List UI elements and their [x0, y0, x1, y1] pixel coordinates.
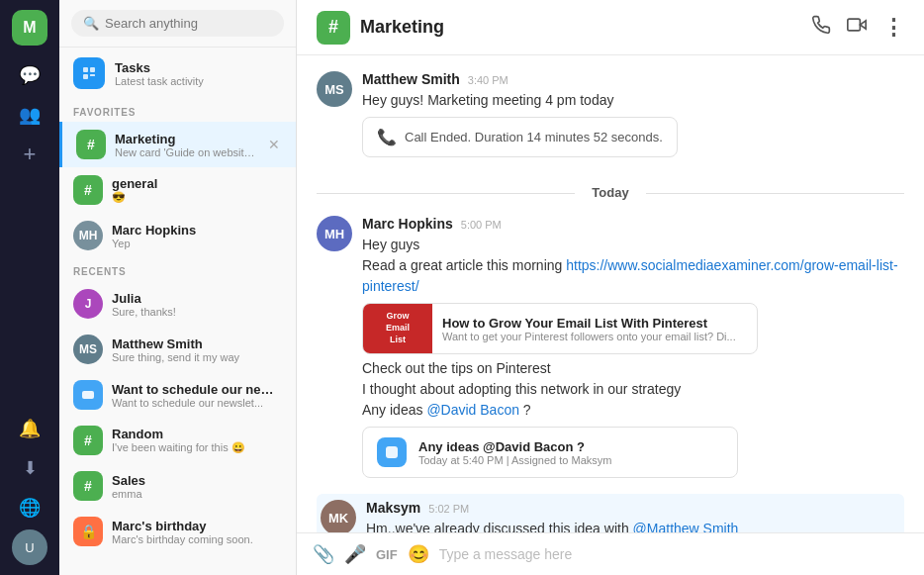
link-preview-title: How to Grow Your Email List With Pintere…	[442, 316, 736, 331]
marketing-sub: New card 'Guide on website o...	[115, 146, 257, 158]
main-area: # Marketing ⋮ MS Matthew Smith 3:40 PM H…	[297, 0, 924, 575]
channel-hash-icon: #	[317, 11, 350, 45]
video-icon[interactable]	[847, 15, 867, 40]
bell-nav-icon[interactable]: 🔔	[12, 411, 47, 446]
marc-sub: Yep	[112, 238, 282, 249]
david-mention: @David Bacon	[426, 402, 519, 418]
download-nav-icon[interactable]: ⬇	[12, 450, 47, 486]
call-ended-icon: 📞	[377, 128, 397, 146]
contacts-nav-icon[interactable]: 👥	[12, 97, 47, 133]
svg-rect-0	[83, 67, 88, 72]
matthew-msg-header: Matthew Smith 3:40 PM	[362, 71, 904, 87]
newsletter-sub: Want to schedule our newslet...	[112, 397, 282, 409]
general-title: general	[112, 176, 282, 191]
gif-icon[interactable]: GIF	[376, 547, 398, 562]
random-icon: #	[73, 426, 103, 455]
julia-name: Julia	[112, 291, 282, 306]
mic-icon[interactable]: 🎤	[344, 543, 366, 565]
marc-msg-time: 5:00 PM	[461, 219, 502, 231]
sidebar-item-julia[interactable]: J Julia Sure, thanks!	[59, 281, 296, 327]
svg-rect-7	[386, 446, 398, 458]
maksym-msg-header: Maksym 5:02 PM	[366, 500, 900, 516]
search-bar: 🔍	[59, 0, 296, 48]
matthew-msg-content: Matthew Smith 3:40 PM Hey guys! Marketin…	[362, 71, 904, 157]
tasks-item[interactable]: Tasks Latest task activity	[59, 48, 296, 99]
birthday-name: Marc's birthday	[112, 519, 282, 533]
matthew-msg-avatar: MS	[317, 71, 352, 107]
birthday-icon: 🔒	[73, 517, 103, 546]
task-card[interactable]: Any ideas @David Bacon ? Today at 5:40 P…	[362, 427, 738, 478]
julia-sub: Sure, thanks!	[112, 306, 282, 318]
user-avatar[interactable]: U	[12, 529, 47, 565]
matthew-msg-sender: Matthew Smith	[362, 71, 460, 87]
maksym-msg-avatar: MK	[321, 500, 356, 532]
maksym-msg-sender: Maksym	[366, 500, 420, 516]
message-input[interactable]	[439, 546, 908, 562]
general-sub: 😎	[112, 191, 282, 204]
matthew-avatar: MS	[73, 335, 103, 364]
link-preview-desc: Want to get your Pinterest followers ont…	[442, 331, 736, 342]
marc-name: Marc Hopkins	[112, 223, 282, 238]
message-group-maksym: MK Maksym 5:02 PM Hm..we've already disc…	[317, 494, 904, 532]
sidebar-item-newsletter[interactable]: Want to schedule our newsl... Want to sc…	[59, 372, 296, 418]
favorites-label: FAVORITES	[59, 99, 296, 122]
sales-sub: emma	[112, 488, 282, 500]
maksym-msg-time: 5:02 PM	[428, 503, 469, 515]
message-group-matthew: MS Matthew Smith 3:40 PM Hey guys! Marke…	[317, 71, 904, 157]
chat-nav-icon[interactable]: 💬	[12, 57, 47, 93]
search-icon: 🔍	[83, 16, 99, 31]
maksym-msg-content: Maksym 5:02 PM Hm..we've already discuss…	[366, 500, 900, 532]
sidebar-item-general[interactable]: # general 😎	[59, 167, 296, 213]
svg-rect-2	[90, 67, 95, 72]
newsletter-title: Want to schedule our newsl...	[112, 382, 282, 397]
matthew-name: Matthew Smith	[112, 336, 282, 351]
app-logo: M	[12, 10, 47, 46]
nav-rail: M 💬 👥 + 🔔 ⬇ 🌐 U	[0, 0, 59, 575]
marc-msg-line1: Hey guys	[362, 235, 904, 255]
random-sub: I've been waiting for this 😀	[112, 441, 282, 454]
newsletter-icon	[73, 380, 103, 410]
sidebar-item-random[interactable]: # Random I've been waiting for this 😀	[59, 418, 296, 463]
emoji-icon[interactable]: 😊	[408, 543, 429, 565]
marketing-close-icon[interactable]: ✕	[266, 135, 282, 154]
article-link[interactable]: https://www.socialmediaexaminer.com/grow…	[362, 257, 898, 294]
marc-msg-line4: I thought about adopting this network in…	[362, 379, 904, 400]
matthew-msg-text: Hey guys! Marketing meeting 4 pm today	[362, 90, 904, 111]
marc-msg-line2: Read a great article this morning https:…	[362, 255, 904, 297]
task-card-title: Any ideas @David Bacon ?	[418, 439, 611, 454]
sidebar-item-sales[interactable]: # Sales emma	[59, 463, 296, 509]
link-preview-box[interactable]: GrowEmailList How to Grow Your Email Lis…	[362, 303, 758, 354]
tasks-title: Tasks	[115, 60, 204, 75]
marc-avatar: MH	[73, 221, 103, 250]
task-card-text: Any ideas @David Bacon ? Today at 5:40 P…	[418, 439, 611, 466]
attach-icon[interactable]: 📎	[313, 543, 334, 565]
matthew-msg-time: 3:40 PM	[468, 74, 508, 86]
sidebar-item-marcs-birthday[interactable]: 🔒 Marc's birthday Marc's birthday coming…	[59, 509, 296, 554]
input-area: 📎 🎤 GIF 😊	[297, 532, 924, 575]
search-input[interactable]	[105, 16, 272, 31]
sidebar-item-matthew-smith[interactable]: MS Matthew Smith Sure thing, send it my …	[59, 327, 296, 372]
more-icon[interactable]: ⋮	[882, 15, 904, 41]
globe-nav-icon[interactable]: 🌐	[12, 490, 47, 526]
sidebar-item-marc-hopkins[interactable]: MH Marc Hopkins Yep	[59, 213, 296, 258]
random-name: Random	[112, 427, 282, 441]
svg-marker-5	[860, 21, 866, 29]
search-input-wrap[interactable]: 🔍	[71, 10, 284, 37]
header-actions: ⋮	[811, 15, 904, 41]
task-card-icon	[377, 437, 407, 467]
link-preview-image: GrowEmailList	[363, 304, 432, 353]
birthday-sub: Marc's birthday coming soon.	[112, 533, 282, 545]
svg-rect-1	[83, 74, 88, 79]
marc-msg-header: Marc Hopkins 5:00 PM	[362, 216, 904, 232]
sidebar-item-marketing[interactable]: # Marketing New card 'Guide on website o…	[59, 122, 296, 167]
add-nav-icon[interactable]: +	[12, 137, 47, 172]
svg-rect-4	[82, 391, 94, 399]
today-divider: Today	[317, 185, 904, 200]
messages-area: MS Matthew Smith 3:40 PM Hey guys! Marke…	[297, 55, 924, 532]
general-icon: #	[73, 175, 103, 205]
marc-msg-line3: Check out the tips on Pinterest	[362, 358, 904, 379]
phone-icon[interactable]	[811, 15, 831, 40]
marc-msg-line5: Any ideas @David Bacon ?	[362, 400, 904, 421]
matthew-sub: Sure thing, send it my way	[112, 351, 282, 363]
sidebar: 🔍 Tasks Latest task activity FAVORITES #…	[59, 0, 297, 575]
